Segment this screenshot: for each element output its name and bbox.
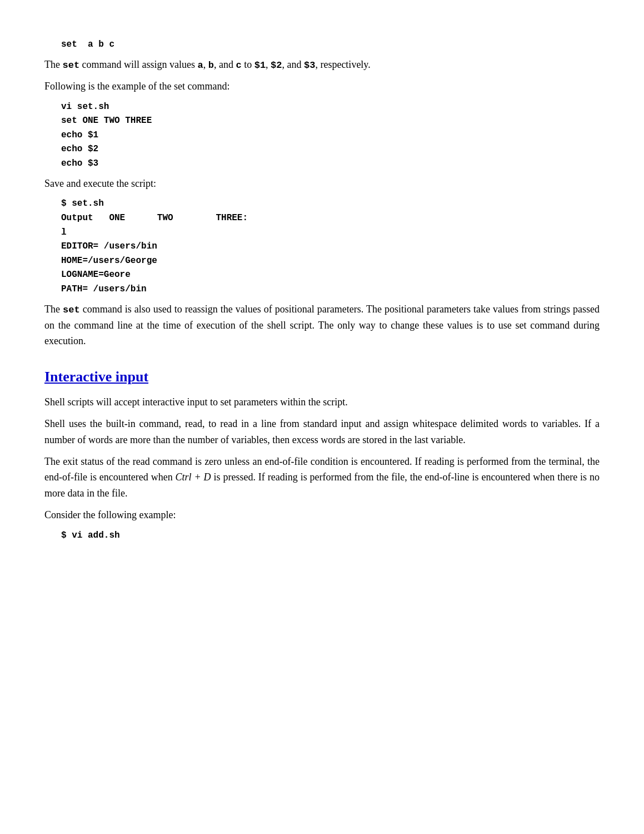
page-content: set a b c The set command will assign va… <box>44 38 600 543</box>
para-exit-status: The exit status of the read command is z… <box>44 454 600 502</box>
section-heading-interactive-input: Interactive input <box>44 366 600 388</box>
para-consider-example: Consider the following example: <box>44 507 600 523</box>
para-save-execute: Save and execute the script: <box>44 176 600 192</box>
inline-s2: $2 <box>271 60 282 71</box>
inline-set-1: set <box>62 60 79 71</box>
code-set-example: vi set.sh set ONE TWO THREE echo $1 echo… <box>61 100 600 171</box>
inline-b: b <box>208 60 214 71</box>
code-set-abc: set a b c <box>61 38 600 52</box>
inline-set-2: set <box>63 305 80 315</box>
inline-c: c <box>236 60 241 71</box>
inline-s3: $3 <box>304 60 315 71</box>
para-set-reassign: The set command is also used to reassign… <box>44 301 600 350</box>
para-shell-scripts-accept: Shell scripts will accept interactive in… <box>44 394 600 410</box>
ctrl-d-italic: Ctrl + D <box>176 471 211 483</box>
inline-a: a <box>198 60 203 71</box>
code-vi-add: $ vi add.sh <box>61 529 600 543</box>
inline-s1: $1 <box>254 60 266 71</box>
code-output-block: $ set.sh Output ONE TWO THREE: l EDITOR=… <box>61 197 600 296</box>
para-set-description: The set command will assign values a, b,… <box>44 57 600 73</box>
para-set-reassign-text: command is also used to reassign the val… <box>44 304 600 347</box>
para-shell-read-command: Shell uses the built-in command, read, t… <box>44 416 600 448</box>
para-following-example: Following is the example of the set comm… <box>44 78 600 95</box>
